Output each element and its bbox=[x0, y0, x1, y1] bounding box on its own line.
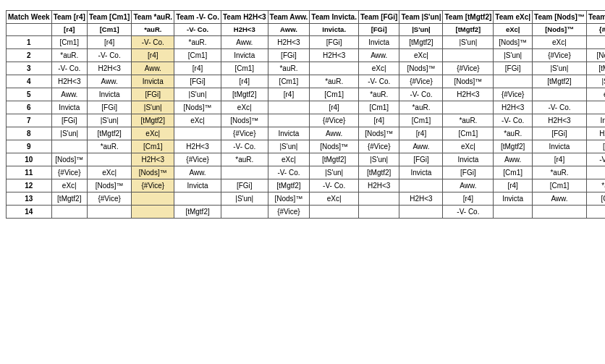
col-subheader-5: H2H<3 bbox=[221, 24, 268, 36]
cell-13-6: {#Vice} bbox=[268, 206, 310, 219]
table-row: 10[Nods]™H2H<3{#Vice}*auR.eXc|[tMgtf2]|S… bbox=[7, 153, 606, 166]
cell-4-4: |S'un| bbox=[174, 88, 221, 101]
cell-5-11: H2H<3 bbox=[494, 101, 533, 114]
cell-10-4: Aww. bbox=[174, 166, 221, 179]
cell-13-0: 14 bbox=[7, 206, 52, 219]
cell-5-4: [Nods]™ bbox=[174, 101, 221, 114]
col-subheader-13: {#Vice} bbox=[586, 24, 605, 36]
cell-1-9: eXc| bbox=[399, 49, 443, 62]
col-header-10: Team [tMgtf2] bbox=[443, 11, 494, 24]
cell-9-4: {#Vice} bbox=[174, 153, 221, 166]
col-header-12: Team [Nods]™ bbox=[533, 11, 587, 24]
cell-1-13: [Nods]™ bbox=[586, 49, 605, 62]
cell-12-3 bbox=[132, 192, 174, 206]
cell-12-8 bbox=[358, 192, 399, 206]
table-row: 7[FGi]|S'un|[tMgtf2]eXc|[Nods]™{#Vice}[r… bbox=[7, 114, 606, 127]
cell-2-11: [FGi] bbox=[494, 62, 533, 75]
col-header-6: Team Aww. bbox=[268, 11, 310, 24]
col-subheader-6: Aww. bbox=[268, 24, 310, 36]
cell-1-12: {#Vice} bbox=[533, 49, 587, 62]
cell-2-9: [Nods]™ bbox=[399, 62, 443, 75]
cell-2-8: eXc| bbox=[358, 62, 399, 75]
cell-12-9: H2H<3 bbox=[399, 192, 443, 206]
cell-12-7: eXc| bbox=[310, 192, 359, 206]
cell-4-8: *auR. bbox=[358, 88, 399, 101]
cell-7-3: eXc| bbox=[132, 127, 174, 140]
cell-11-6: [tMgtf2] bbox=[268, 179, 310, 192]
col-subheader-3: *auR. bbox=[132, 24, 174, 36]
col-header-8: Team [FGi] bbox=[358, 11, 399, 24]
cell-11-13: *auR. bbox=[586, 179, 605, 192]
cell-2-13: [tMgtf2] bbox=[586, 62, 605, 75]
col-subheader-9: |S'un| bbox=[399, 24, 443, 36]
cell-13-2 bbox=[87, 206, 132, 219]
cell-12-13: [Cm1] bbox=[586, 192, 605, 206]
cell-9-12: [r4] bbox=[533, 153, 587, 166]
cell-3-9: {#Vice} bbox=[399, 75, 443, 88]
cell-7-7: Aww. bbox=[310, 127, 359, 140]
col-header-4: Team -V- Co. bbox=[174, 11, 221, 24]
table-row: 6Invicta[FGi]|S'un|[Nods]™eXc|[r4][Cm1]*… bbox=[7, 101, 606, 114]
col-header-7: Team Invicta. bbox=[310, 11, 359, 24]
col-header-3: Team *auR. bbox=[132, 11, 174, 24]
cell-0-7: [FGi] bbox=[310, 36, 359, 49]
cell-7-11: *auR. bbox=[494, 127, 533, 140]
cell-0-12: eXc| bbox=[533, 36, 587, 49]
cell-3-5: [r4] bbox=[221, 75, 268, 88]
cell-1-5: Invicta bbox=[221, 49, 268, 62]
cell-3-6: [Cm1] bbox=[268, 75, 310, 88]
cell-3-13: |S'un| bbox=[586, 75, 605, 88]
table-row: 2*auR.-V- Co.[r4][Cm1]Invicta[FGi]H2H<3A… bbox=[7, 49, 606, 62]
cell-9-3: H2H<3 bbox=[132, 153, 174, 166]
cell-2-6: *auR. bbox=[268, 62, 310, 75]
cell-6-4: eXc| bbox=[174, 114, 221, 127]
cell-3-3: Invicta bbox=[132, 75, 174, 88]
cell-10-12: *auR. bbox=[533, 166, 587, 179]
cell-4-7: [Cm1] bbox=[310, 88, 359, 101]
cell-0-2: [r4] bbox=[87, 36, 132, 49]
cell-3-2: Aww. bbox=[87, 75, 132, 88]
table-row: 12eXc|[Nods]™{#Vice}Invicta[FGi][tMgtf2]… bbox=[7, 179, 606, 192]
cell-11-0: 12 bbox=[7, 179, 52, 192]
cell-8-3: [Cm1] bbox=[132, 140, 174, 153]
cell-11-3: {#Vice} bbox=[132, 179, 174, 192]
cell-8-8: {#Vice} bbox=[358, 140, 399, 153]
cell-9-2 bbox=[87, 153, 132, 166]
cell-8-5: -V- Co. bbox=[221, 140, 268, 153]
cell-7-13: H2H<3 bbox=[586, 127, 605, 140]
cell-8-6: |S'un| bbox=[268, 140, 310, 153]
cell-5-9: *auR. bbox=[399, 101, 443, 114]
cell-12-11: Invicta bbox=[494, 192, 533, 206]
cell-2-0: 3 bbox=[7, 62, 52, 75]
cell-11-4: Invicta bbox=[174, 179, 221, 192]
cell-0-4: *auR. bbox=[174, 36, 221, 49]
cell-11-7: -V- Co. bbox=[310, 179, 359, 192]
cell-12-4 bbox=[174, 192, 221, 206]
cell-1-6: [FGi] bbox=[268, 49, 310, 62]
cell-0-1: [Cm1] bbox=[51, 36, 87, 49]
cell-12-10: [r4] bbox=[443, 192, 494, 206]
cell-5-10 bbox=[443, 101, 494, 114]
cell-2-5: [Cm1] bbox=[221, 62, 268, 75]
cell-13-4: [tMgtf2] bbox=[174, 206, 221, 219]
cell-0-11: [Nods]™ bbox=[494, 36, 533, 49]
cell-2-2: H2H<3 bbox=[87, 62, 132, 75]
cell-10-8: [tMgtf2] bbox=[358, 166, 399, 179]
cell-6-1: [FGi] bbox=[51, 114, 87, 127]
col-subheader-1: [r4] bbox=[51, 24, 87, 36]
cell-8-11: [tMgtf2] bbox=[494, 140, 533, 153]
table-row: 11{#Vice}eXc|[Nods]™Aww.-V- Co.|S'un|[tM… bbox=[7, 166, 606, 179]
cell-8-9: Aww. bbox=[399, 140, 443, 153]
cell-7-1: |S'un| bbox=[51, 127, 87, 140]
cell-11-8: H2H<3 bbox=[358, 179, 399, 192]
cell-8-10: eXc| bbox=[443, 140, 494, 153]
cell-8-4: H2H<3 bbox=[174, 140, 221, 153]
cell-0-8: Invicta bbox=[358, 36, 399, 49]
cell-4-9: -V- Co. bbox=[399, 88, 443, 101]
cell-12-5: |S'un| bbox=[221, 192, 268, 206]
cell-6-9: [Cm1] bbox=[399, 114, 443, 127]
cell-6-7: {#Vice} bbox=[310, 114, 359, 127]
cell-1-10 bbox=[443, 49, 494, 62]
cell-9-9: [FGi] bbox=[399, 153, 443, 166]
col-header-0: Match Week bbox=[7, 11, 52, 24]
